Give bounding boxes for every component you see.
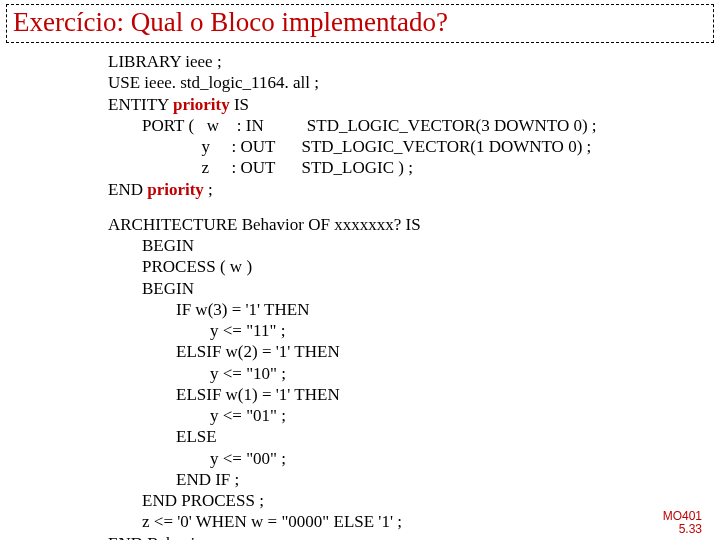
- code-line: ELSE: [108, 426, 700, 447]
- end-semi: ;: [204, 180, 213, 199]
- code-line: ARCHITECTURE Behavior OF xxxxxxx? IS: [108, 214, 700, 235]
- port-name: z: [202, 157, 232, 178]
- kw-entity: ENTITY: [108, 95, 173, 114]
- port-line: y : OUT STD_LOGIC_VECTOR(1 DOWNTO 0) ;: [108, 136, 700, 157]
- slide-title: Exercício: Qual o Bloco implementado?: [13, 7, 448, 37]
- code-line: BEGIN: [108, 235, 700, 256]
- kw-end: END: [108, 180, 147, 199]
- code-block: LIBRARY ieee ; USE ieee. std_logic_1164.…: [108, 51, 700, 540]
- port-type: STD_LOGIC ) ;: [302, 157, 413, 178]
- title-box: Exercício: Qual o Bloco implementado?: [6, 4, 714, 43]
- code-line: y <= "00" ;: [108, 448, 700, 469]
- code-line: ELSIF w(2) = '1' THEN: [108, 341, 700, 362]
- code-line: ELSIF w(1) = '1' THEN: [108, 384, 700, 405]
- port-lead: PORT (: [142, 115, 207, 136]
- port-spacer: [142, 136, 202, 157]
- slide-footer: MO401 5.33: [663, 510, 702, 536]
- code-line: ENTITY priority IS: [108, 94, 700, 115]
- port-line: z : OUT STD_LOGIC ) ;: [108, 157, 700, 178]
- port-dir: : OUT: [232, 157, 302, 178]
- port-spacer: [142, 157, 202, 178]
- blank-line: [108, 200, 700, 214]
- code-line: y <= "01" ;: [108, 405, 700, 426]
- port-line: PORT ( w : IN STD_LOGIC_VECTOR(3 DOWNTO …: [108, 115, 700, 136]
- entity-name: priority: [173, 95, 230, 114]
- code-line: END IF ;: [108, 469, 700, 490]
- port-name: w: [207, 115, 237, 136]
- code-line: y <= "11" ;: [108, 320, 700, 341]
- code-line: LIBRARY ieee ;: [108, 51, 700, 72]
- code-line: IF w(3) = '1' THEN: [108, 299, 700, 320]
- entity-name-end: priority: [147, 180, 204, 199]
- port-type: STD_LOGIC_VECTOR(1 DOWNTO 0) ;: [302, 136, 592, 157]
- footer-page: 5.33: [663, 523, 702, 536]
- code-line: END PROCESS ;: [108, 490, 700, 511]
- port-dir: : IN: [237, 115, 307, 136]
- port-name: y: [202, 136, 232, 157]
- code-line: USE ieee. std_logic_1164. all ;: [108, 72, 700, 93]
- footer-course: MO401: [663, 510, 702, 523]
- port-type: STD_LOGIC_VECTOR(3 DOWNTO 0) ;: [307, 115, 597, 136]
- code-line: y <= "10" ;: [108, 363, 700, 384]
- code-line: BEGIN: [108, 278, 700, 299]
- code-line: PROCESS ( w ): [108, 256, 700, 277]
- code-line: END Behavior ;: [108, 533, 700, 541]
- kw-is: IS: [230, 95, 249, 114]
- port-dir: : OUT: [232, 136, 302, 157]
- code-line: END priority ;: [108, 179, 700, 200]
- code-line: z <= '0' WHEN w = "0000" ELSE '1' ;: [108, 511, 700, 532]
